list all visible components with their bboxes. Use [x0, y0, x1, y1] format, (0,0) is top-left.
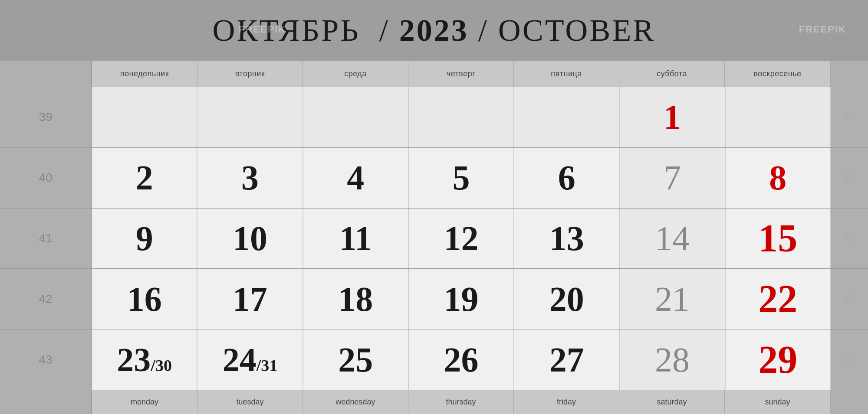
week-40: 40 [39, 171, 52, 185]
day-empty-sun-w39 [725, 87, 831, 147]
day-7-saturday: 7 [619, 148, 725, 208]
day-5: 5 [408, 148, 514, 208]
day-9: 9 [92, 209, 197, 269]
day-16: 16 [92, 269, 197, 329]
header-saturday: суббота [619, 61, 725, 87]
week-row-39: 1 [92, 87, 831, 147]
day-empty-3 [303, 87, 408, 147]
day-6: 6 [514, 148, 619, 208]
day-23-30: 23/30 [92, 329, 197, 390]
day-28-saturday: 28 [619, 329, 725, 390]
week-row-41: 9 10 11 12 13 14 15 [92, 208, 831, 269]
week-row-43: 23/30 24/31 25 26 27 28 [92, 329, 831, 390]
week-num-43-right: 43 [831, 329, 868, 390]
week-num-42-left: 42 [0, 268, 91, 329]
day-11: 11 [303, 209, 408, 269]
week-num-42-right: 42 [831, 268, 868, 329]
day-10: 10 [197, 209, 302, 269]
day-headers-ru: понедельник вторник среда четверг пятниц… [92, 61, 831, 87]
week-39: 39 [39, 110, 52, 124]
label-saturday: saturday [619, 390, 725, 414]
day-27: 27 [514, 329, 619, 390]
week-num-39-left: 39 [0, 87, 91, 147]
month-en: OCTOBER [498, 13, 656, 48]
day-3: 3 [197, 148, 302, 208]
calendar-header: ОКТЯБРЬ / 2023 / OCTOBER [0, 0, 868, 61]
day-15-sunday: 15 [725, 209, 831, 269]
day-14-saturday: 14 [619, 209, 725, 269]
day-8-sunday: 8 [725, 148, 831, 208]
day-17: 17 [197, 269, 302, 329]
day-18: 18 [303, 269, 408, 329]
week-num-39-right: 39 [831, 87, 868, 147]
week-num-40-left: 40 [0, 147, 91, 208]
header-friday: пятница [514, 61, 619, 87]
day-20: 20 [514, 269, 619, 329]
label-monday: monday [92, 390, 197, 414]
double-date-24-31: 24/31 [223, 340, 278, 379]
day-19: 19 [408, 269, 514, 329]
calendar-wrapper: ОКТЯБРЬ / 2023 / OCTOBER 39 40 41 42 [0, 0, 868, 414]
week-num-40-right: 40 [831, 147, 868, 208]
week-43: 43 [39, 353, 52, 367]
day-25: 25 [303, 329, 408, 390]
month-ru: ОКТЯБРЬ [213, 13, 360, 48]
week-num-41-left: 41 [0, 208, 91, 269]
day-empty-5 [514, 87, 619, 147]
day-empty-4 [408, 87, 514, 147]
week-num-43-left: 43 [0, 329, 91, 390]
day-12: 12 [408, 209, 514, 269]
header-tuesday: вторник [197, 61, 303, 87]
week-42: 42 [39, 292, 52, 306]
day-24-31: 24/31 [197, 329, 302, 390]
day-29-sunday: 29 [725, 329, 831, 390]
header-sunday: воскресенье [725, 61, 830, 87]
day-2: 2 [92, 148, 197, 208]
year: 2023 [399, 13, 469, 48]
day-labels-en: monday tuesday wednesday thursday friday… [92, 390, 831, 414]
label-tuesday: tuesday [197, 390, 303, 414]
week-num-41-right: 41 [831, 208, 868, 269]
day-4: 4 [303, 148, 408, 208]
week-row-42: 16 17 18 19 20 21 22 [92, 268, 831, 329]
header-wednesday: среда [303, 61, 408, 87]
header-title: ОКТЯБРЬ / 2023 / OCTOBER [213, 13, 656, 49]
day-empty-2 [197, 87, 302, 147]
header-thursday: четверг [408, 61, 514, 87]
label-friday: friday [514, 390, 619, 414]
day-1: 1 [664, 100, 681, 134]
double-date-23-30: 23/30 [117, 340, 172, 379]
day-13: 13 [514, 209, 619, 269]
label-wednesday: wednesday [303, 390, 408, 414]
day-21-saturday: 21 [619, 269, 725, 329]
week-41: 41 [39, 231, 52, 245]
day-1-saturday: 1 [619, 87, 725, 147]
label-sunday: sunday [725, 390, 830, 414]
day-26-thursday: 26 [408, 329, 514, 390]
day-22-sunday: 22 [725, 269, 831, 329]
header-monday: понедельник [92, 61, 197, 87]
week-row-40: 2 3 4 5 6 7 8 [92, 147, 831, 208]
label-thursday: thursday [408, 390, 514, 414]
day-empty-1 [92, 87, 197, 147]
